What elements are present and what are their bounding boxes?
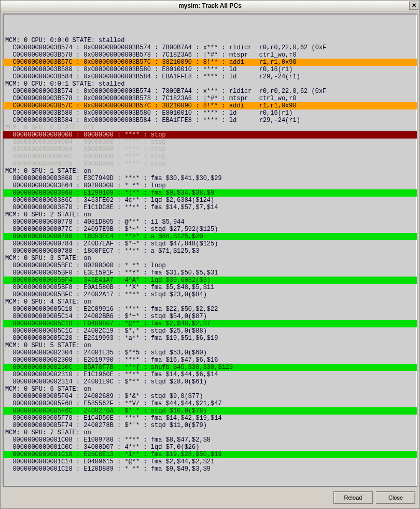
trace-content: MCM: 0 CPU: 0:0:0 STATE: stalled C000000… bbox=[3, 13, 417, 487]
trace-line: 0000000000002310 : E1C1960E : **** : fma… bbox=[3, 371, 417, 378]
group-header: MCM: 0 SPU: 0 STATE: off bbox=[3, 124, 417, 131]
trace-line: 000000000000230C : B5A78F7B : ***{ : shu… bbox=[3, 364, 417, 371]
trace-line: 0000000000000000 : 00000000 : **** : sto… bbox=[3, 131, 417, 139]
trace-line: 0000000000001C14 : E0409615 : *@** : fma… bbox=[3, 458, 417, 465]
trace-line: 0000000000005C10 : E2C09916 : **** : fma… bbox=[3, 306, 417, 313]
trace-line: 0000000000000008 : 00000000 : **** : sto… bbox=[3, 146, 417, 153]
trace-line: C00000000003B574 : 0x000000000003B574 : … bbox=[3, 88, 417, 95]
trace-line: C00000000003B578 : 0x000000000003B578 : … bbox=[3, 51, 417, 59]
trace-line: C00000000003B584 : 0x000000000003B584 : … bbox=[3, 73, 417, 80]
trace-line: 0000000000000778 : 4081D805 : @*** : il … bbox=[3, 218, 417, 226]
window-close-button[interactable]: ✕ bbox=[409, 2, 418, 10]
trace-line: 0000000000003870 : E1C1DC8E : **** : fma… bbox=[3, 204, 417, 211]
trace-line: 0000000000000010 : 00000000 : **** : sto… bbox=[3, 160, 417, 168]
trace-line: 0000000000002314 : 24001E9C : $*** : stq… bbox=[3, 378, 417, 386]
trace-line: 0000000000005BF4 : 345E41A7 : 4^A* : lqd… bbox=[3, 277, 417, 284]
trace-line: 0000000000005BFC : 24002A17 : **** : stq… bbox=[3, 291, 417, 298]
group-header: MCM: 0 SPU: 1 STATE: on bbox=[3, 168, 417, 175]
trace-line: 0000000000003860 : E3C7949D : **** : fma… bbox=[3, 175, 417, 182]
trace-line: 0000000000005F74 : 2400278B : $*'* : stq… bbox=[3, 422, 417, 429]
trace-line: 0000000000005BF8 : E0A1580B : **X* : fma… bbox=[3, 284, 417, 291]
group-header: MCM: 0 SPU: 3 STATE: on bbox=[3, 255, 417, 262]
group-header: MCM: 0 CPU: 0:0:1 STATE: stalled bbox=[3, 80, 417, 88]
trace-line: 0000000000005C14 : 24002BB6 : $*+* : stq… bbox=[3, 313, 417, 320]
trace-line: 0000000000000784 : 240D7EAF : $*~* : stq… bbox=[3, 240, 417, 247]
trace-line: 0000000000005F70 : E1C4D50E : **** : fma… bbox=[3, 415, 417, 422]
trace-line: 000000000000386C : 3463FE02 : 4c** : lqd… bbox=[3, 197, 417, 204]
group-header: MCM: 0 CPU: 0:0:0 STATE: stalled bbox=[3, 37, 417, 44]
group-header: MCM: 0 SPU: 7 STATE: on bbox=[3, 429, 417, 436]
trace-line: 0000000000002308 : E2019790 : **** : fma… bbox=[3, 356, 417, 364]
window: mysim: Track All PCs ✕ MCM: 0 CPU: 0:0:0… bbox=[0, 0, 420, 509]
trace-line: 0000000000001C10 : E26C8E13 : *l** : fma… bbox=[3, 451, 417, 458]
trace-line: 0000000000000780 : 18053EC4 : **>* : a $… bbox=[3, 233, 417, 240]
trace-line: C00000000003B574 : 0x000000000003B574 : … bbox=[3, 44, 417, 51]
window-title: mysim: Track All PCs bbox=[178, 2, 242, 9]
footer: Reload Close bbox=[1, 489, 419, 508]
trace-line: 000000000000000C : 00000000 : **** : sto… bbox=[3, 153, 417, 160]
close-button[interactable]: Close bbox=[376, 491, 415, 504]
trace-line: 0000000000000788 : 1800FEC7 : **** : a $… bbox=[3, 247, 417, 255]
trace-line: 0000000000001C18 : E120D889 : * ** : fma… bbox=[3, 465, 417, 473]
trace-line: 0000000000001C0C : 34000D07 : 4*** : lqd… bbox=[3, 444, 417, 451]
group-header: MCM: 0 SPU: 4 STATE: on bbox=[3, 298, 417, 306]
trace-line: C00000000003B578 : 0x000000000003B578 : … bbox=[3, 95, 417, 102]
trace-line: 000000000000077C : 24097E9B : $*~* : stq… bbox=[3, 226, 417, 233]
trace-line: 0000000000003864 : 00200000 : * ** : lno… bbox=[3, 182, 417, 189]
trace-line: 0000000000000004 : 00000000 : **** : sto… bbox=[3, 139, 417, 146]
trace-line: 0000000000005F64 : 24002689 : $*&* : stq… bbox=[3, 393, 417, 400]
trace-line: C00000000003B580 : 0x000000000003B580 : … bbox=[3, 109, 417, 117]
trace-line: 0000000000005BEC : 00200000 : * ** : lno… bbox=[3, 262, 417, 269]
trace-line: C00000000003B584 : 0x000000000003B584 : … bbox=[3, 117, 417, 124]
trace-line: 0000000000002304 : 24001E35 : $**5 : stq… bbox=[3, 349, 417, 356]
reload-button[interactable]: Reload bbox=[333, 491, 373, 504]
group-header: MCM: 0 SPU: 6 STATE: on bbox=[3, 386, 417, 393]
trace-line: 0000000000005C18 : E0409807 : *@** : fma… bbox=[3, 320, 417, 327]
trace-line: 0000000000005F68 : E585562F : **V/ : fma… bbox=[3, 400, 417, 407]
trace-line: 0000000000003868 : E1299109 : *)** : fma… bbox=[3, 189, 417, 197]
trace-line: 0000000000005C20 : E2619993 : *a** : fma… bbox=[3, 335, 417, 342]
group-header: MCM: 0 SPU: 5 STATE: on bbox=[3, 342, 417, 349]
trace-line: 0000000000005BF0 : E3E1591F : **Y* : fma… bbox=[3, 269, 417, 277]
group-header: MCM: 0 SPU: 2 STATE: on bbox=[3, 211, 417, 218]
trace-line: C00000000003B57C : 0x000000000003B57C : … bbox=[3, 59, 417, 66]
trace-line: 0000000000005F6C : 2400270A : $*'* : stq… bbox=[3, 407, 417, 415]
trace-line: C00000000003B580 : 0x000000000003B580 : … bbox=[3, 66, 417, 73]
trace-line: 0000000000001C08 : E1009788 : **** : fma… bbox=[3, 436, 417, 444]
titlebar: mysim: Track All PCs ✕ bbox=[1, 1, 419, 11]
trace-line: C00000000003B57C : 0x000000000003B57C : … bbox=[3, 102, 417, 109]
trace-line: 0000000000005C1C : 24002C19 : $*,* : stq… bbox=[3, 327, 417, 335]
